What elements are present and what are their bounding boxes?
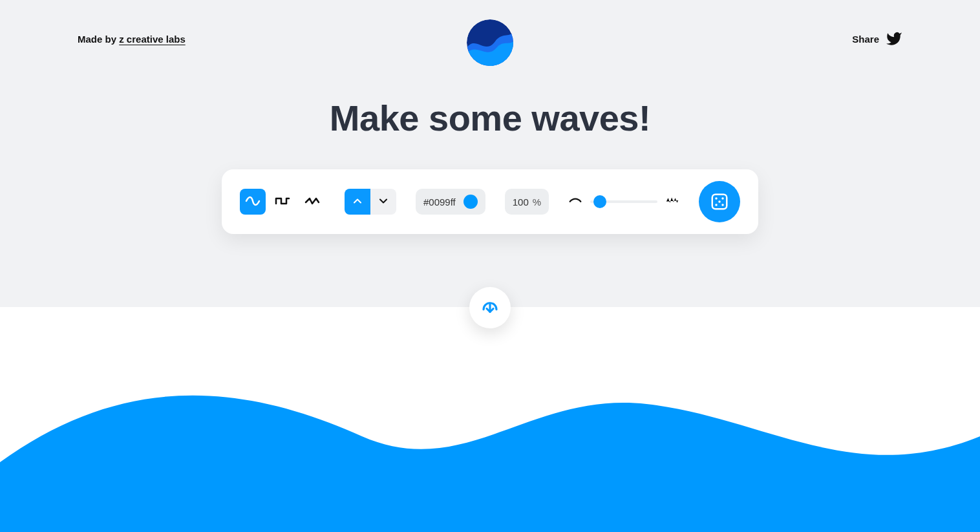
wave-type-group <box>240 189 325 215</box>
download-icon <box>480 297 500 319</box>
square-wave-icon <box>275 193 290 211</box>
sine-wave-icon <box>245 193 261 211</box>
app-logo <box>467 19 513 66</box>
wave-shape <box>0 396 980 532</box>
wave-preview <box>0 307 980 532</box>
peak-wave-icon <box>304 193 320 211</box>
color-swatch-icon <box>463 195 478 209</box>
color-picker[interactable]: #0099ff <box>416 189 485 215</box>
high-complexity-icon <box>665 193 679 210</box>
download-button[interactable] <box>469 287 511 328</box>
complexity-slider[interactable] <box>590 200 657 203</box>
twitter-icon <box>886 30 902 47</box>
svg-point-3 <box>721 197 724 200</box>
page-title: Make some waves! <box>0 97 980 139</box>
toolbar: #0099ff 100 % <box>222 169 758 234</box>
direction-group <box>345 189 396 215</box>
chevron-up-icon <box>351 195 364 209</box>
opacity-unit: % <box>533 197 541 207</box>
color-hex-value: #0099ff <box>423 197 456 207</box>
dice-icon <box>710 192 729 211</box>
opacity-input[interactable]: 100 % <box>505 189 549 215</box>
chevron-down-icon <box>377 195 390 209</box>
wave-type-square-button[interactable] <box>270 189 295 215</box>
direction-down-button[interactable] <box>370 189 396 215</box>
randomize-button[interactable] <box>699 181 740 222</box>
direction-up-button[interactable] <box>345 189 370 215</box>
svg-point-6 <box>718 200 721 203</box>
complexity-slider-group <box>568 193 679 210</box>
slider-thumb[interactable] <box>593 195 606 208</box>
svg-point-2 <box>715 197 718 200</box>
share-label: Share <box>852 34 879 45</box>
svg-point-4 <box>715 204 718 206</box>
share-button[interactable]: Share <box>852 30 902 47</box>
low-complexity-icon <box>568 193 582 210</box>
made-by-prefix: Made by <box>78 34 119 45</box>
made-by: Made by z creative labs <box>78 34 186 45</box>
svg-point-5 <box>721 204 724 206</box>
made-by-link[interactable]: z creative labs <box>119 34 186 45</box>
opacity-value: 100 <box>513 197 529 207</box>
wave-type-peak-button[interactable] <box>299 189 325 215</box>
wave-type-sine-button[interactable] <box>240 189 266 215</box>
